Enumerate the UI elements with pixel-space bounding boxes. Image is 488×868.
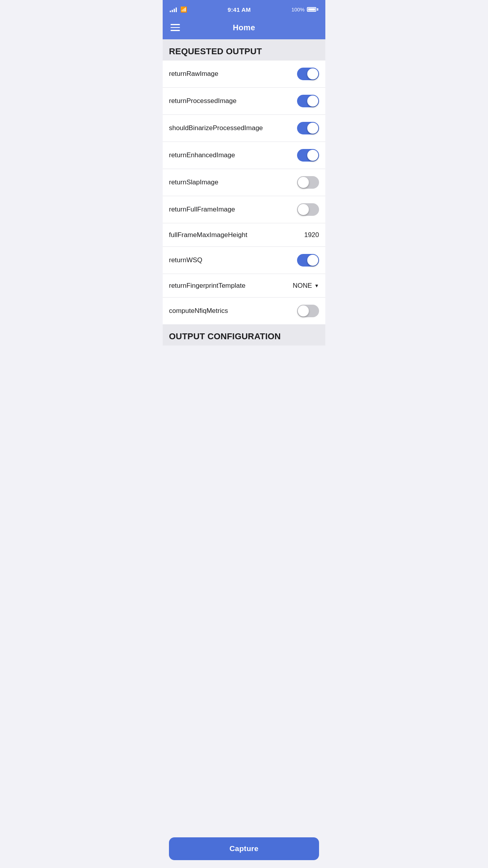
- toggle-knob-returnWSQ: [307, 255, 318, 266]
- signal-icon: [170, 7, 177, 12]
- requested-output-header: REQUESTED OUTPUT: [163, 39, 325, 61]
- battery-icon: [307, 7, 318, 12]
- dropdown-returnFingerprintTemplate[interactable]: NONE ▼: [293, 282, 319, 290]
- label-fullFrameMaxImageHeight: fullFrameMaxImageHeight: [169, 231, 304, 239]
- status-bar: 📶 9:41 AM 100%: [163, 0, 325, 17]
- output-configuration-header: OUTPUT CONFIGURATION: [163, 324, 325, 346]
- row-returnRawImage: returnRawImage: [163, 61, 325, 88]
- hamburger-line-2: [171, 27, 180, 28]
- requested-output-title: REQUESTED OUTPUT: [169, 46, 262, 56]
- page-title: Home: [233, 23, 255, 32]
- label-returnEnhancedImage: returnEnhancedImage: [169, 151, 297, 159]
- label-returnRawImage: returnRawImage: [169, 70, 297, 78]
- status-time: 9:41 AM: [227, 6, 251, 13]
- row-shouldBinarizeProcessedImage: shouldBinarizeProcessedImage: [163, 115, 325, 142]
- row-computeNfiqMetrics: computeNfiqMetrics: [163, 298, 325, 324]
- dropdown-value-text: NONE: [293, 282, 312, 290]
- chevron-down-icon: ▼: [314, 283, 319, 289]
- value-fullFrameMaxImageHeight: 1920: [304, 231, 319, 239]
- toggle-returnFullFrameImage[interactable]: [297, 203, 319, 216]
- toggle-returnEnhancedImage[interactable]: [297, 149, 319, 162]
- output-configuration-title: OUTPUT CONFIGURATION: [169, 331, 281, 341]
- nav-bar: Home: [163, 17, 325, 39]
- label-returnProcessedImage: returnProcessedImage: [169, 97, 297, 105]
- hamburger-line-1: [171, 24, 180, 25]
- label-computeNfiqMetrics: computeNfiqMetrics: [169, 307, 297, 315]
- toggle-returnWSQ[interactable]: [297, 254, 319, 267]
- toggle-knob-returnRawImage: [307, 68, 318, 79]
- menu-button[interactable]: [169, 22, 182, 33]
- wifi-icon: 📶: [180, 6, 187, 13]
- requested-output-group: returnRawImage returnProcessedImage shou…: [163, 61, 325, 324]
- label-returnWSQ: returnWSQ: [169, 256, 297, 264]
- toggle-knob-returnProcessedImage: [307, 96, 318, 107]
- toggle-returnSlapImage[interactable]: [297, 176, 319, 189]
- label-returnFingerprintTemplate: returnFingerprintTemplate: [169, 282, 293, 290]
- status-left: 📶: [170, 6, 187, 13]
- row-fullFrameMaxImageHeight: fullFrameMaxImageHeight 1920: [163, 223, 325, 247]
- row-returnProcessedImage: returnProcessedImage: [163, 88, 325, 115]
- status-right: 100%: [292, 7, 318, 13]
- row-returnFullFrameImage: returnFullFrameImage: [163, 196, 325, 223]
- hamburger-line-3: [171, 30, 180, 31]
- toggle-knob-shouldBinarizeProcessedImage: [307, 123, 318, 134]
- toggle-computeNfiqMetrics[interactable]: [297, 305, 319, 317]
- main-content: REQUESTED OUTPUT returnRawImage returnPr…: [163, 39, 325, 381]
- battery-percentage: 100%: [292, 7, 305, 13]
- label-shouldBinarizeProcessedImage: shouldBinarizeProcessedImage: [169, 124, 297, 132]
- toggle-knob-returnSlapImage: [298, 177, 309, 188]
- toggle-returnRawImage[interactable]: [297, 68, 319, 80]
- toggle-knob-returnEnhancedImage: [307, 150, 318, 161]
- toggle-shouldBinarizeProcessedImage[interactable]: [297, 122, 319, 134]
- row-returnSlapImage: returnSlapImage: [163, 169, 325, 196]
- toggle-returnProcessedImage[interactable]: [297, 95, 319, 107]
- toggle-knob-returnFullFrameImage: [298, 204, 309, 215]
- label-returnSlapImage: returnSlapImage: [169, 178, 297, 186]
- row-returnEnhancedImage: returnEnhancedImage: [163, 142, 325, 169]
- label-returnFullFrameImage: returnFullFrameImage: [169, 206, 297, 213]
- row-returnWSQ: returnWSQ: [163, 247, 325, 274]
- row-returnFingerprintTemplate: returnFingerprintTemplate NONE ▼: [163, 274, 325, 298]
- toggle-knob-computeNfiqMetrics: [298, 305, 309, 316]
